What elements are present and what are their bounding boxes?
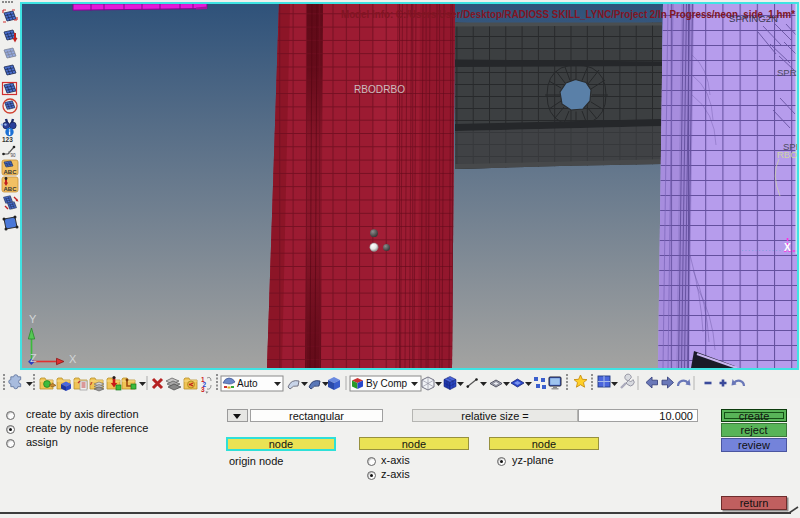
svg-text:Z: Z bbox=[30, 352, 37, 364]
svg-text:X: X bbox=[784, 242, 791, 253]
svg-text:ABC: ABC bbox=[4, 169, 18, 175]
svg-text:RBO: RBO bbox=[777, 149, 797, 160]
svg-text:SPRING2N: SPRING2N bbox=[729, 13, 778, 24]
svg-text:90: 90 bbox=[11, 153, 17, 158]
svg-text:ABC: ABC bbox=[4, 186, 18, 192]
svg-text:SPRI: SPRI bbox=[777, 67, 797, 78]
svg-text:123: 123 bbox=[2, 136, 13, 143]
svg-text:Model Info: C:/Users/User/Desk: Model Info: C:/Users/User/Desktop/RADIOS… bbox=[341, 8, 796, 20]
svg-text:By Comp: By Comp bbox=[366, 378, 408, 389]
svg-text:Y: Y bbox=[29, 313, 37, 325]
svg-text:3: 3 bbox=[201, 386, 205, 393]
svg-text:RBODRBO: RBODRBO bbox=[354, 83, 405, 95]
svg-text:X: X bbox=[69, 353, 77, 365]
svg-text:Auto: Auto bbox=[237, 378, 258, 389]
